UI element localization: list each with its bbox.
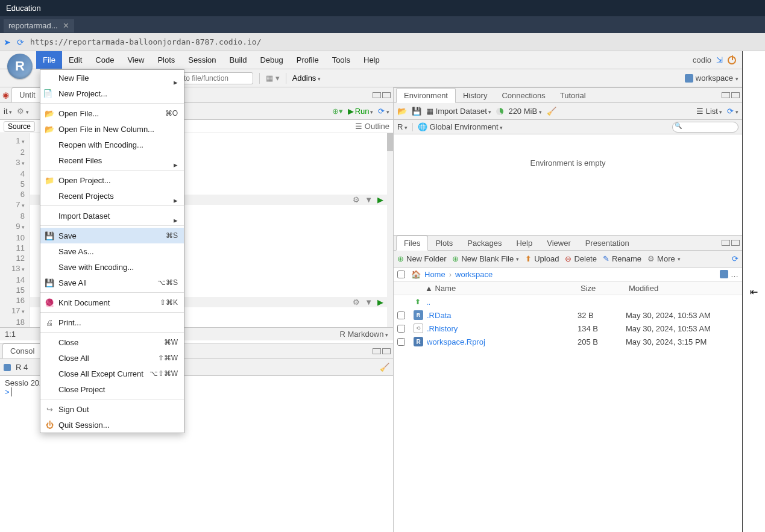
- doc-type-selector[interactable]: R Markdown: [340, 330, 388, 339]
- new-blank-file-button[interactable]: ⊕New Blank File: [452, 254, 519, 263]
- file-checkbox[interactable]: [397, 325, 405, 333]
- memory-gauge-icon[interactable]: [496, 108, 503, 115]
- insert-chunk-icon[interactable]: ⊕▾: [332, 107, 343, 116]
- menu-item-quit-session[interactable]: ⏻Quit Session...: [40, 417, 184, 433]
- new-folder-button[interactable]: ⊕New Folder: [397, 254, 446, 263]
- source-mode-button[interactable]: Source: [4, 121, 35, 132]
- broom-icon[interactable]: 🧹: [380, 363, 389, 372]
- tab-packages[interactable]: Packages: [460, 236, 509, 250]
- menu-file[interactable]: File: [36, 51, 62, 69]
- maximize-pane-icon[interactable]: [382, 348, 391, 354]
- menu-profile[interactable]: Profile: [290, 51, 326, 69]
- power-icon[interactable]: [728, 56, 736, 64]
- menu-session[interactable]: Session: [181, 51, 222, 69]
- menu-item-recent-files[interactable]: Recent Files: [40, 152, 184, 168]
- maximize-pane-icon[interactable]: [731, 240, 740, 246]
- r-scope[interactable]: R: [397, 122, 408, 131]
- goto-file-input[interactable]: [181, 72, 253, 84]
- menu-item-recent-projects[interactable]: Recent Projects: [40, 188, 184, 204]
- workspace-selector[interactable]: workspace: [685, 74, 738, 83]
- menu-item-knit-document[interactable]: 🧶Knit Document⇧⌘K: [40, 295, 184, 310]
- tab-help[interactable]: Help: [509, 236, 540, 250]
- run-button[interactable]: ▶Run: [348, 107, 374, 116]
- clear-env-icon[interactable]: 🧹: [547, 107, 556, 116]
- run-above-icon[interactable]: ▼: [365, 297, 373, 307]
- minimize-pane-icon[interactable]: [722, 92, 730, 98]
- menu-item-import-dataset[interactable]: Import Dataset: [40, 208, 184, 224]
- r-project-icon[interactable]: [720, 270, 728, 278]
- file-checkbox[interactable]: [397, 311, 405, 319]
- run-above-icon[interactable]: ▼: [365, 195, 373, 205]
- menu-plots[interactable]: Plots: [151, 51, 181, 69]
- publish-icon[interactable]: ⟳: [378, 107, 389, 116]
- tab-plots[interactable]: Plots: [428, 236, 460, 250]
- upload-button[interactable]: ⬆Upload: [525, 254, 559, 263]
- menu-item-new-file[interactable]: New File: [40, 70, 184, 86]
- menu-code[interactable]: Code: [89, 51, 121, 69]
- breadcrumb-folder[interactable]: workspace: [455, 270, 493, 279]
- url-display[interactable]: https://reportarmada-balloonjordan-8787.…: [30, 37, 262, 46]
- menu-item-save-with-encoding[interactable]: Save with Encoding...: [40, 259, 184, 275]
- menu-item-close[interactable]: Close⌘W: [40, 334, 184, 350]
- scrollbar-thumb[interactable]: [387, 133, 393, 151]
- minimize-pane-icon[interactable]: [373, 92, 381, 98]
- open-external-icon[interactable]: ⇲: [716, 55, 723, 64]
- tab-files[interactable]: Files: [396, 236, 428, 251]
- minimize-pane-icon[interactable]: [373, 348, 381, 354]
- menu-edit[interactable]: Edit: [62, 51, 89, 69]
- reload-icon[interactable]: ⟳: [17, 37, 24, 47]
- file-name-link[interactable]: ⟲.Rhistory: [411, 324, 578, 333]
- menu-item-print[interactable]: 🖨Print...: [40, 315, 184, 330]
- gear-icon[interactable]: ⚙: [17, 107, 29, 116]
- menu-item-save[interactable]: 💾Save⌘S: [40, 228, 184, 243]
- maximize-pane-icon[interactable]: [731, 92, 740, 98]
- menu-view[interactable]: View: [121, 51, 151, 69]
- menu-build[interactable]: Build: [223, 51, 254, 69]
- home-icon[interactable]: 🏠: [411, 270, 421, 279]
- console-tab[interactable]: Consol: [2, 343, 42, 358]
- menu-item-save-as[interactable]: Save As...: [40, 243, 184, 259]
- rename-button[interactable]: ✎Rename: [603, 254, 641, 263]
- more-path-icon[interactable]: …: [731, 270, 738, 279]
- tab-viewer[interactable]: Viewer: [540, 236, 578, 250]
- tab-tutorial[interactable]: Tutorial: [553, 89, 593, 102]
- file-name-link[interactable]: ⬆..: [411, 297, 577, 307]
- menu-tools[interactable]: Tools: [326, 51, 357, 69]
- env-scope[interactable]: 🌐 Global Environment: [418, 122, 503, 131]
- run-chunk-icon[interactable]: ▶: [377, 297, 383, 307]
- menu-item-new-project[interactable]: 📄New Project...: [40, 86, 184, 101]
- menu-item-open-file-in-new-column[interactable]: 📂Open File in New Column...: [40, 121, 184, 137]
- menu-item-close-project[interactable]: Close Project: [40, 381, 184, 397]
- nav-send-icon[interactable]: ➤: [4, 37, 11, 47]
- menu-item-reopen-with-encoding[interactable]: Reopen with Encoding...: [40, 137, 184, 152]
- tab-environment[interactable]: Environment: [396, 88, 456, 103]
- menu-debug[interactable]: Debug: [253, 51, 289, 69]
- close-tab-icon[interactable]: ✕: [63, 21, 69, 30]
- file-name-link[interactable]: Rworkspace.Rproj: [411, 337, 578, 346]
- tab-presentation[interactable]: Presentation: [578, 236, 637, 250]
- outline-toggle[interactable]: ☰ Outline: [355, 122, 389, 131]
- addins-dropdown[interactable]: Addins: [292, 74, 321, 83]
- minimize-pane-icon[interactable]: [722, 240, 730, 246]
- editor-tab[interactable]: Untit: [11, 87, 43, 102]
- refresh-files-icon[interactable]: ⟳: [732, 254, 738, 263]
- delete-button[interactable]: ⊖Delete: [565, 254, 597, 263]
- env-view-mode[interactable]: ☰ List: [696, 107, 722, 116]
- refresh-env-icon[interactable]: ⟳: [727, 107, 738, 116]
- menu-help[interactable]: Help: [357, 51, 386, 69]
- menu-item-close-all[interactable]: Close All⇧⌘W: [40, 350, 184, 366]
- save-workspace-icon[interactable]: 💾: [412, 107, 421, 116]
- grid-icon[interactable]: ▦ ▾: [266, 74, 280, 83]
- file-name-link[interactable]: R.RData: [411, 310, 578, 320]
- more-button[interactable]: ⚙More: [647, 254, 681, 263]
- run-chunk-icon[interactable]: ▶: [377, 195, 383, 205]
- maximize-pane-icon[interactable]: [382, 92, 391, 98]
- menu-item-open-file[interactable]: 📂Open File...⌘O: [40, 105, 184, 121]
- load-workspace-icon[interactable]: 📂: [397, 107, 407, 116]
- env-search-input[interactable]: [672, 122, 738, 133]
- browser-tab[interactable]: reportarmad... ✕: [4, 19, 74, 33]
- select-all-checkbox[interactable]: [397, 271, 405, 278]
- chunk-gear-icon[interactable]: ⚙: [353, 297, 360, 307]
- menu-item-sign-out[interactable]: ↪Sign Out: [40, 401, 184, 417]
- tab-connections[interactable]: Connections: [494, 89, 552, 102]
